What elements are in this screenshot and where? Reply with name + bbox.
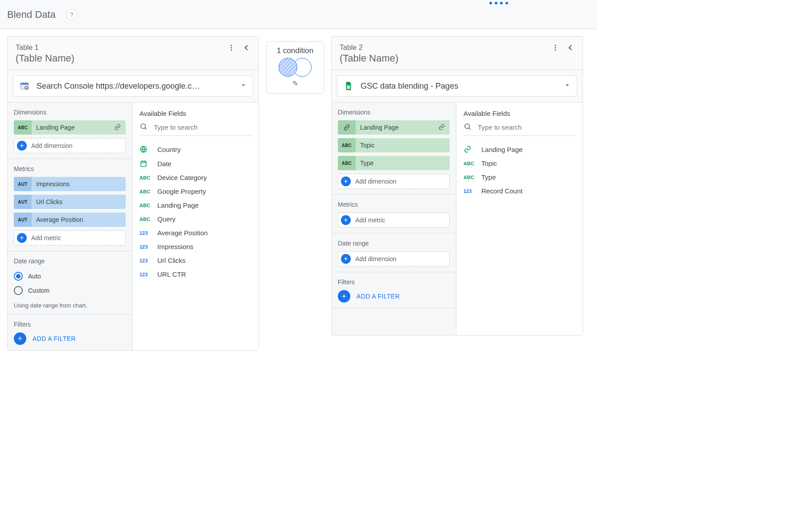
search-input[interactable] — [153, 123, 251, 131]
abc-icon: ABC — [464, 175, 475, 180]
dimension-chip[interactable]: ABC Type — [338, 156, 450, 170]
collapse-left-icon[interactable] — [242, 44, 250, 52]
field-item[interactable]: 123Url Clicks — [140, 254, 251, 267]
field-item[interactable]: ABCQuery — [140, 212, 251, 226]
svg-rect-8 — [141, 161, 146, 167]
abc-icon: ABC — [140, 203, 151, 208]
table-panel-2: Table 2 (Table Name) GSC data blending - — [331, 36, 583, 336]
sheets-icon — [343, 80, 354, 92]
available-fields-title: Available Fields — [464, 110, 575, 117]
metric-chip[interactable]: AUT Url Clicks — [14, 195, 126, 209]
available-fields-list: Country Date ABCDevice Category ABCGoogl… — [132, 139, 258, 285]
field-item[interactable]: ABCGoogle Property — [140, 184, 251, 198]
radio-icon — [14, 286, 23, 295]
add-dimension-button[interactable]: + Add dimension — [14, 138, 126, 153]
date-range-custom[interactable]: Custom — [14, 283, 126, 298]
chevron-down-icon — [563, 81, 571, 91]
field-item[interactable]: Country — [140, 142, 251, 156]
field-item[interactable]: ABCDevice Category — [140, 171, 251, 184]
available-fields-title: Available Fields — [140, 110, 251, 117]
field-item[interactable]: ABCType — [464, 170, 575, 184]
search-icon — [140, 123, 148, 132]
link-badge — [338, 120, 356, 135]
metric-chip[interactable]: AUT Impressions — [14, 177, 126, 191]
filters-title: Filters — [14, 321, 126, 328]
field-item[interactable]: 123Impressions — [140, 240, 251, 254]
blend-header: Blend Data ? — [0, 0, 597, 29]
svg-point-9 — [555, 45, 556, 46]
dimension-chip[interactable]: ABC Topic — [338, 138, 450, 152]
field-item[interactable]: Date — [140, 156, 251, 171]
table-eyebrow: Table 2 — [340, 44, 398, 52]
table-panel-1: Table 1 (Table Name) Search Console http… — [7, 36, 259, 351]
field-item[interactable]: 123URL CTR — [140, 267, 251, 281]
link-icon — [464, 145, 475, 153]
field-item[interactable]: ABCLanding Page — [140, 198, 251, 212]
venn-icon — [279, 58, 312, 77]
svg-point-2 — [231, 49, 232, 51]
data-source-label: Search Console https://developers.google… — [37, 82, 233, 91]
more-icon[interactable] — [551, 44, 559, 52]
metrics-title: Metrics — [338, 201, 450, 208]
svg-point-11 — [555, 49, 556, 51]
abc-icon: ABC — [140, 189, 151, 194]
table-title[interactable]: (Table Name) — [16, 53, 74, 64]
chevron-down-icon — [239, 81, 247, 91]
number-icon: 123 — [140, 272, 151, 277]
number-icon: 123 — [140, 244, 151, 250]
add-filter-button[interactable]: + ADD A FILTER — [14, 332, 126, 345]
add-metric-button[interactable]: + Add metric — [14, 230, 126, 246]
field-item[interactable]: ABCTopic — [464, 156, 575, 170]
plus-icon: + — [17, 141, 27, 151]
add-date-dimension-button[interactable]: + Add dimension — [338, 251, 450, 266]
abc-icon: ABC — [464, 161, 475, 166]
data-source-label: GSC data blending - Pages — [361, 82, 557, 91]
metrics-title: Metrics — [14, 165, 126, 172]
join-configuration[interactable]: 1 condition ✎ — [266, 41, 324, 94]
svg-point-1 — [231, 47, 232, 49]
date-range-auto[interactable]: Auto — [14, 269, 126, 283]
add-filter-button[interactable]: + ADD A FILTER — [338, 290, 450, 303]
table-eyebrow: Table 1 — [16, 44, 74, 52]
join-condition-label: 1 condition — [270, 46, 320, 55]
data-source-select[interactable]: Search Console https://developers.google… — [13, 75, 253, 97]
link-icon — [114, 123, 126, 132]
number-icon: 123 — [140, 230, 151, 236]
geo-icon — [140, 145, 151, 153]
page-title: Blend Data — [7, 9, 56, 20]
abc-badge: ABC — [14, 120, 32, 135]
metric-chip[interactable]: AUT Average Position — [14, 213, 126, 227]
search-console-icon — [19, 80, 30, 92]
collapse-left-icon[interactable] — [566, 44, 574, 52]
dimension-chip[interactable]: Landing Page — [338, 120, 450, 135]
field-item[interactable]: 123Record Count — [464, 184, 575, 198]
svg-point-12 — [465, 124, 470, 129]
date-range-title: Date range — [338, 240, 450, 247]
abc-icon: ABC — [140, 217, 151, 222]
plus-icon: + — [14, 332, 26, 345]
dimension-chip[interactable]: ABC Landing Page — [14, 120, 126, 135]
plus-icon: + — [341, 215, 351, 225]
more-icon[interactable] — [227, 44, 235, 52]
table-title[interactable]: (Table Name) — [340, 53, 398, 64]
radio-icon — [14, 272, 23, 281]
drag-handle-icon[interactable] — [489, 2, 508, 4]
search-icon — [464, 123, 472, 132]
field-item[interactable]: 123Average Position — [140, 226, 251, 240]
date-range-title: Date range — [14, 258, 126, 265]
plus-icon: + — [338, 290, 350, 303]
add-metric-button[interactable]: + Add metric — [338, 213, 450, 228]
number-icon: 123 — [464, 188, 475, 194]
plus-icon: + — [341, 176, 351, 186]
help-button[interactable]: ? — [66, 9, 77, 20]
data-source-select[interactable]: GSC data blending - Pages — [337, 75, 577, 97]
available-fields-list: Landing Page ABCTopic ABCType 123Record … — [456, 139, 583, 201]
add-dimension-button[interactable]: + Add dimension — [338, 174, 450, 189]
svg-point-6 — [141, 124, 146, 129]
link-icon — [438, 123, 450, 132]
svg-rect-4 — [21, 83, 29, 85]
edit-icon: ✎ — [270, 79, 320, 88]
field-item[interactable]: Landing Page — [464, 142, 575, 156]
search-input[interactable] — [477, 123, 575, 131]
plus-icon: + — [341, 254, 351, 264]
